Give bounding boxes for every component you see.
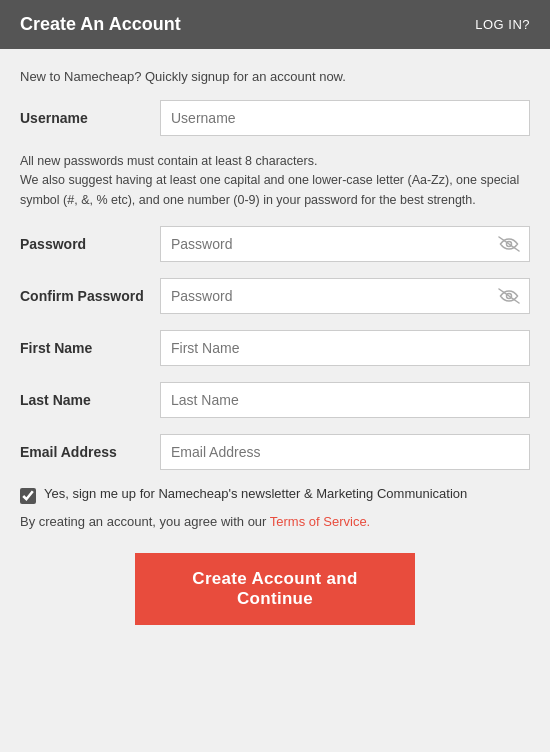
password-label: Password	[20, 236, 160, 252]
toggle-confirm-password-icon[interactable]	[498, 288, 520, 304]
email-label: Email Address	[20, 444, 160, 460]
confirm-password-row: Confirm Password	[20, 278, 530, 314]
newsletter-checkbox[interactable]	[20, 488, 36, 504]
last-name-row: Last Name	[20, 382, 530, 418]
first-name-row: First Name	[20, 330, 530, 366]
page-title: Create An Account	[20, 14, 181, 35]
first-name-input[interactable]	[160, 330, 530, 366]
first-name-input-wrap	[160, 330, 530, 366]
email-input[interactable]	[160, 434, 530, 470]
email-row: Email Address	[20, 434, 530, 470]
confirm-password-input-wrap	[160, 278, 530, 314]
confirm-password-label: Confirm Password	[20, 288, 160, 304]
newsletter-label[interactable]: Yes, sign me up for Namecheap's newslett…	[44, 486, 467, 501]
last-name-input-wrap	[160, 382, 530, 418]
tos-link[interactable]: Terms of Service.	[270, 514, 370, 529]
page-header: Create An Account LOG IN?	[0, 0, 550, 49]
toggle-password-icon[interactable]	[498, 236, 520, 252]
create-account-button[interactable]: Create Account and Continue	[135, 553, 415, 625]
intro-text: New to Namecheap? Quickly signup for an …	[20, 69, 530, 84]
password-input-wrap	[160, 226, 530, 262]
password-hint: All new passwords must contain at least …	[20, 152, 530, 210]
tos-prefix: By creating an account, you agree with o…	[20, 514, 270, 529]
username-input-wrap	[160, 100, 530, 136]
email-input-wrap	[160, 434, 530, 470]
login-link[interactable]: LOG IN?	[475, 17, 530, 32]
password-row: Password	[20, 226, 530, 262]
submit-btn-wrap: Create Account and Continue	[20, 553, 530, 625]
last-name-label: Last Name	[20, 392, 160, 408]
newsletter-row: Yes, sign me up for Namecheap's newslett…	[20, 486, 530, 504]
tos-text: By creating an account, you agree with o…	[20, 514, 530, 529]
main-content: New to Namecheap? Quickly signup for an …	[0, 49, 550, 655]
password-input[interactable]	[160, 226, 530, 262]
username-row: Username	[20, 100, 530, 136]
first-name-label: First Name	[20, 340, 160, 356]
username-label: Username	[20, 110, 160, 126]
last-name-input[interactable]	[160, 382, 530, 418]
username-input[interactable]	[160, 100, 530, 136]
confirm-password-input[interactable]	[160, 278, 530, 314]
